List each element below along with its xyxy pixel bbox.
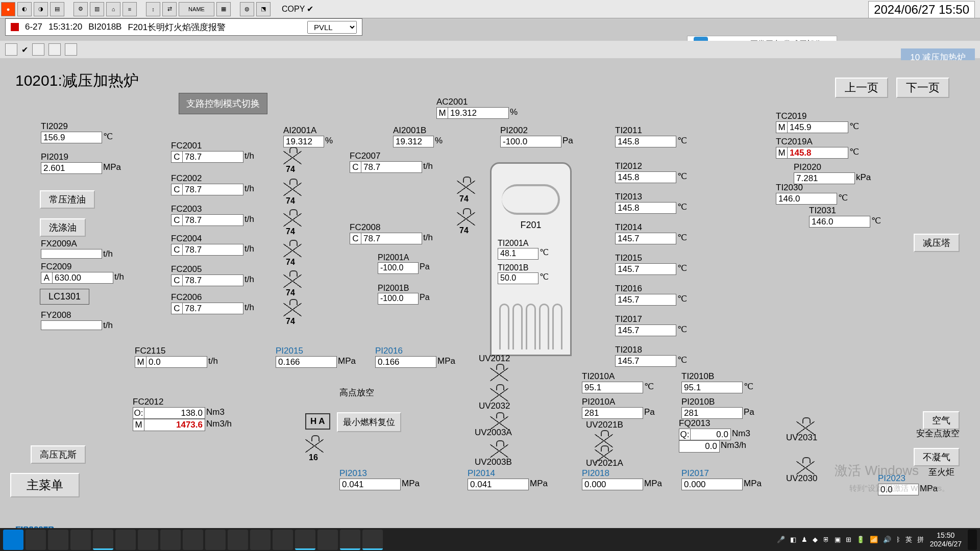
taskbar-explorer[interactable] xyxy=(48,530,68,550)
tool-icon-1[interactable]: ◐ xyxy=(17,2,32,16)
TI2001B[interactable]: TI2001B50.0℃ xyxy=(498,263,549,284)
TI2018[interactable]: TI2018145.7℃ xyxy=(615,345,687,367)
system-tray[interactable]: 🎤 ◧ ♟ ◆ ⛨ ▣ ⊞ 🔋 📶 🔊 ᛒ 英 拼 xyxy=(777,535,924,544)
tool-icon-10[interactable]: NAME xyxy=(179,2,214,16)
PI2001A[interactable]: PI2001A-100.0Pa xyxy=(378,253,430,274)
taskbar-firefox[interactable] xyxy=(183,530,203,550)
alarm-bar[interactable]: 6-27 15:31:20 BI2018B F201长明灯火焰强度报警 PVLL xyxy=(5,18,362,36)
tool-icon-7[interactable]: ≡ xyxy=(122,2,137,16)
tray-mic-icon[interactable]: 🎤 xyxy=(777,536,785,543)
branch-mode-button[interactable]: 支路控制模式切换 xyxy=(179,93,267,114)
taskbar-app-3[interactable] xyxy=(160,530,181,550)
tray-wifi-icon[interactable]: 📶 xyxy=(870,536,878,543)
min-fuel-reset-button[interactable]: 最小燃料复位 xyxy=(337,412,401,432)
prev-page-button[interactable]: 上一页 xyxy=(835,78,888,98)
PI2016[interactable]: PI20160.166MPa xyxy=(375,346,455,368)
FC2003[interactable]: FC2003C78.7t/h xyxy=(171,204,254,226)
tool-icon-12[interactable]: ◍ xyxy=(240,2,254,16)
taskbar-app-10[interactable] xyxy=(362,530,383,550)
FC2012[interactable]: FC2012 O:138.0Nm3 M1473.6Nm3/h xyxy=(133,397,232,431)
TI2030[interactable]: TI2030146.0℃ xyxy=(776,183,848,205)
FC2001[interactable]: FC2001C78.7t/h xyxy=(171,141,254,163)
PI2018[interactable]: PI20180.000MPa xyxy=(582,468,662,490)
PI2001B[interactable]: PI2001B-100.0Pa xyxy=(378,284,430,305)
tray-icon-2[interactable]: ♟ xyxy=(801,536,807,543)
tray-icon-5[interactable]: ⊞ xyxy=(846,536,851,543)
TC2019[interactable]: TC2019M145.9℃ xyxy=(776,111,859,133)
TC2019A[interactable]: TC2019AM145.8℃ xyxy=(776,137,859,159)
taskbar-app-2[interactable] xyxy=(138,530,158,550)
sec-icon-4[interactable] xyxy=(65,43,77,56)
taskbar-wechat[interactable] xyxy=(70,530,91,550)
PI2014[interactable]: PI20140.041MPa xyxy=(468,468,548,490)
AI2001B[interactable]: AI2001B19.312% xyxy=(393,126,443,147)
PI2002[interactable]: PI2002-100.0Pa xyxy=(500,126,573,147)
tray-bluetooth-icon[interactable]: ᛒ xyxy=(896,536,900,543)
FQ2013[interactable]: FQ2013 Q:0.0Nm3 0.0Nm3/h xyxy=(679,418,750,453)
tool-icon-6[interactable]: ⌂ xyxy=(106,2,120,16)
tool-icon-13[interactable]: ⬔ xyxy=(256,2,271,16)
alarm-icon[interactable]: ● xyxy=(1,2,15,16)
FC2005[interactable]: FC2005C78.7t/h xyxy=(171,264,254,286)
FY2008[interactable]: FY2008t/h xyxy=(41,310,113,330)
taskbar-chrome[interactable] xyxy=(295,530,315,550)
tool-icon-8[interactable]: ↕ xyxy=(146,2,160,16)
tray-icon-4[interactable]: ▣ xyxy=(835,536,841,543)
TI2010A[interactable]: TI2010A95.1℃ xyxy=(582,371,654,393)
PI2013[interactable]: PI20130.041MPa xyxy=(339,468,420,490)
tray-icon-3[interactable]: ◆ xyxy=(813,536,818,543)
PI2017[interactable]: PI20170.000MPa xyxy=(681,468,762,490)
TI2001A[interactable]: TI2001A48.1℃ xyxy=(498,239,549,260)
FC2007[interactable]: FC2007C78.7t/h xyxy=(350,151,433,173)
tool-icon-4[interactable]: ⚙ xyxy=(74,2,88,16)
FC2006[interactable]: FC2006C78.7t/h xyxy=(171,292,254,314)
next-page-button[interactable]: 下一页 xyxy=(896,78,949,98)
tray-shield-icon[interactable]: ⛨ xyxy=(823,536,829,543)
FC2009[interactable]: FC2009A630.00t/h xyxy=(41,262,124,284)
copy-label[interactable]: COPY xyxy=(282,5,305,14)
PI2020[interactable]: PI20207.281kPa xyxy=(794,162,871,184)
taskbar-clock[interactable]: 15:502024/6/27 xyxy=(926,531,966,548)
tray-ime-mode[interactable]: 拼 xyxy=(917,535,924,544)
PI2015[interactable]: PI20150.166MPa xyxy=(276,346,356,368)
TI2	011[interactable]: TI2011145.8℃ xyxy=(615,126,687,147)
AC2001[interactable]: AC2001M19.312% xyxy=(436,97,518,119)
TI2012[interactable]: TI2012145.8℃ xyxy=(615,161,687,183)
taskbar-app-1[interactable] xyxy=(93,530,113,550)
FC2115[interactable]: FC2115M0.0t/h xyxy=(135,346,218,368)
tool-icon-5[interactable]: ▥ xyxy=(90,2,104,16)
alarm-priority-select[interactable]: PVLL xyxy=(307,21,357,34)
start-button[interactable] xyxy=(3,530,23,550)
TI2015[interactable]: TI2015145.7℃ xyxy=(615,253,687,275)
TI2013[interactable]: TI2013145.8℃ xyxy=(615,192,687,214)
taskbar-app-4[interactable] xyxy=(205,530,226,550)
FC2008[interactable]: FC2008C78.7t/h xyxy=(350,222,433,244)
sec-check-icon[interactable]: ✔ xyxy=(21,45,28,55)
sec-icon-1[interactable] xyxy=(5,43,17,56)
TI2016[interactable]: TI2016145.7℃ xyxy=(615,284,687,306)
TI2014[interactable]: TI2014145.7℃ xyxy=(615,222,687,244)
tray-volume-icon[interactable]: 🔊 xyxy=(883,536,891,543)
FC2004[interactable]: FC2004C78.7t/h xyxy=(171,234,254,256)
tool-icon-3[interactable]: ▤ xyxy=(50,2,64,16)
tool-icon-2[interactable]: ◑ xyxy=(34,2,48,16)
taskbar-app-7[interactable] xyxy=(273,530,293,550)
AI2001A[interactable]: AI2001A19.312% xyxy=(283,126,333,147)
TI2029[interactable]: TI2029156.9℃ xyxy=(41,121,113,143)
taskbar-edge[interactable] xyxy=(26,530,46,550)
tray-icon-1[interactable]: ◧ xyxy=(790,536,796,543)
main-menu-button[interactable]: 主菜单 xyxy=(10,473,80,497)
PI2010A[interactable]: PI2010A281Pa xyxy=(582,397,655,419)
taskbar-app-9[interactable] xyxy=(340,530,360,550)
TI2010B[interactable]: TI2010B95.1℃ xyxy=(681,371,753,393)
sec-icon-2[interactable] xyxy=(32,43,44,56)
tray-battery-icon[interactable]: 🔋 xyxy=(856,536,865,543)
tool-icon-9[interactable]: ⇄ xyxy=(162,2,177,16)
TI2017[interactable]: TI2017145.7℃ xyxy=(615,314,687,336)
FC2002[interactable]: FC2002C78.7t/h xyxy=(171,173,254,195)
tool-icon-11[interactable]: ▦ xyxy=(216,2,231,16)
taskbar-qq[interactable] xyxy=(115,530,136,550)
taskbar-app-8[interactable] xyxy=(317,530,338,550)
FX2009A[interactable]: FX2009At/h xyxy=(41,239,113,259)
PI2019[interactable]: PI20192.601MPa xyxy=(41,152,121,174)
